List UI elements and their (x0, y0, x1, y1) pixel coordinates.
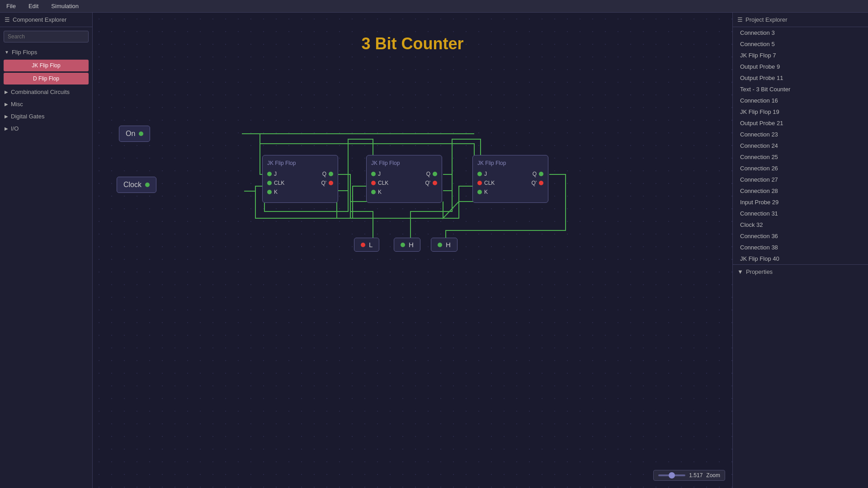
jk1-clk-label: CLK (274, 180, 284, 186)
zoom-thumb[interactable] (669, 472, 675, 479)
jk-card-2-clk-row: CLK Q' (371, 180, 437, 186)
flip-flops-arrow: ▼ (5, 50, 9, 55)
io-section: ▶ I/O (0, 122, 92, 135)
project-item[interactable]: Output Probe 11 (733, 72, 868, 84)
zoom-bar: 1.517 Zoom (653, 470, 725, 481)
jk2-k-label: K (378, 189, 382, 195)
jk2-k-dot (371, 190, 376, 194)
project-items-list: Connection 3Connection 5JK Flip Flop 7Ou… (733, 27, 868, 264)
jk-card-3: JK Flip Flop J Q CLK Q' (472, 155, 548, 203)
jk-card-1-clk-row: CLK Q' (267, 180, 333, 186)
jk-card-3-clk-row: CLK Q' (477, 180, 543, 186)
project-item[interactable]: JK Flip Flop 7 (733, 50, 868, 61)
combinational-arrow: ▶ (5, 89, 8, 94)
jk-card-1-j-row: J Q (267, 171, 333, 177)
zoom-label: Zoom (706, 472, 720, 479)
project-item[interactable]: Connection 28 (733, 185, 868, 197)
combinational-header[interactable]: ▶ Combinational Circuits (0, 86, 92, 98)
project-explorer-title: Project Explorer (745, 16, 787, 23)
project-item[interactable]: Connection 23 (733, 129, 868, 140)
project-item[interactable]: Connection 24 (733, 140, 868, 151)
project-item[interactable]: Connection 27 (733, 174, 868, 185)
probe-l[interactable]: L (354, 238, 379, 252)
jk-flip-flop-button[interactable]: JK Flip Flop (4, 60, 89, 71)
project-item[interactable]: Output Probe 21 (733, 117, 868, 129)
project-item[interactable]: Input Probe 29 (733, 197, 868, 208)
jk-card-2-j-row: J Q (371, 171, 437, 177)
io-arrow: ▶ (5, 126, 8, 131)
probe-h1[interactable]: H (394, 238, 420, 252)
jk3-j-label: J (484, 171, 487, 177)
on-label: On (126, 130, 135, 138)
project-explorer-icon: ☰ (737, 16, 743, 23)
project-item[interactable]: Connection 26 (733, 163, 868, 174)
menu-file[interactable]: File (4, 2, 19, 10)
jk-card-3-k-row: K (477, 189, 543, 195)
combinational-label: Combinational Circuits (11, 89, 70, 95)
properties-label: Properties (746, 268, 773, 275)
clock-indicator (145, 183, 150, 187)
zoom-slider[interactable] (658, 474, 685, 476)
jk2-q-label: Q (426, 171, 430, 177)
digital-gates-section: ▶ Digital Gates (0, 110, 92, 122)
jk3-qprime-label: Q' (531, 180, 537, 186)
project-item[interactable]: Connection 5 (733, 38, 868, 50)
jk3-q-label: Q (533, 171, 537, 177)
probe-h1-label: H (409, 241, 414, 249)
project-item[interactable]: Output Probe 9 (733, 61, 868, 72)
project-item[interactable]: Connection 16 (733, 95, 868, 106)
jk-card-1: JK Flip Flop J Q CLK Q' (262, 155, 338, 203)
probe-h2-dot (438, 243, 442, 247)
misc-header[interactable]: ▶ Misc (0, 98, 92, 110)
jk2-q-dot (433, 172, 437, 176)
canvas-area[interactable]: 3 Bit Counter (93, 13, 732, 488)
project-item[interactable]: Connection 36 (733, 230, 868, 242)
project-item[interactable]: Connection 38 (733, 242, 868, 253)
digital-gates-arrow: ▶ (5, 114, 8, 119)
jk1-q-label: Q (322, 171, 326, 177)
jk1-q-dot (329, 172, 333, 176)
project-item[interactable]: JK Flip Flop 19 (733, 106, 868, 117)
project-item[interactable]: Clock 32 (733, 219, 868, 230)
digital-gates-header[interactable]: ▶ Digital Gates (0, 110, 92, 122)
probe-h2-label: H (446, 241, 451, 249)
project-item[interactable]: Text - 3 Bit Counter (733, 84, 868, 95)
menu-bar: File Edit Simulation (0, 0, 868, 13)
jk2-clk-label: CLK (378, 180, 388, 186)
sidebar-title: Component Explorer (13, 16, 66, 23)
component-explorer-icon: ☰ (5, 16, 10, 23)
project-item[interactable]: Connection 31 (733, 208, 868, 219)
properties-header: ▼ Properties (733, 264, 868, 279)
clock-button[interactable]: Clock (117, 177, 156, 193)
circuit-title: 3 Bit Counter (361, 34, 463, 53)
project-item[interactable]: JK Flip Flop 40 (733, 253, 868, 264)
on-button[interactable]: On (119, 126, 150, 142)
main-layout: ☰ Component Explorer ▼ Flip Flops JK Fli… (0, 13, 868, 488)
jk3-qprime-dot (539, 181, 543, 185)
project-item[interactable]: Connection 3 (733, 27, 868, 38)
jk1-j-label: J (274, 171, 277, 177)
jk1-j-dot (267, 172, 272, 176)
jk3-clk-dot (477, 181, 482, 185)
menu-edit[interactable]: Edit (26, 2, 41, 10)
jk3-clk-label: CLK (484, 180, 495, 186)
search-input[interactable] (4, 31, 89, 42)
project-explorer-header: ☰ Project Explorer (733, 13, 868, 27)
d-flip-flop-button[interactable]: D Flip Flop (4, 73, 89, 84)
clock-label: Clock (123, 181, 142, 189)
jk2-j-dot (371, 172, 376, 176)
left-sidebar: ☰ Component Explorer ▼ Flip Flops JK Fli… (0, 13, 93, 488)
properties-arrow: ▼ (737, 268, 743, 275)
probe-l-dot (361, 243, 365, 247)
flip-flops-header[interactable]: ▼ Flip Flops (0, 46, 92, 58)
jk1-qprime-label: Q' (321, 180, 326, 186)
menu-simulation[interactable]: Simulation (48, 2, 81, 10)
probe-h2[interactable]: H (431, 238, 458, 252)
zoom-value: 1.517 (689, 472, 703, 479)
project-item[interactable]: Connection 25 (733, 151, 868, 163)
io-label: I/O (11, 125, 19, 132)
on-indicator (139, 131, 143, 136)
jk3-k-dot (477, 190, 482, 194)
digital-gates-label: Digital Gates (11, 113, 44, 120)
io-header[interactable]: ▶ I/O (0, 122, 92, 135)
